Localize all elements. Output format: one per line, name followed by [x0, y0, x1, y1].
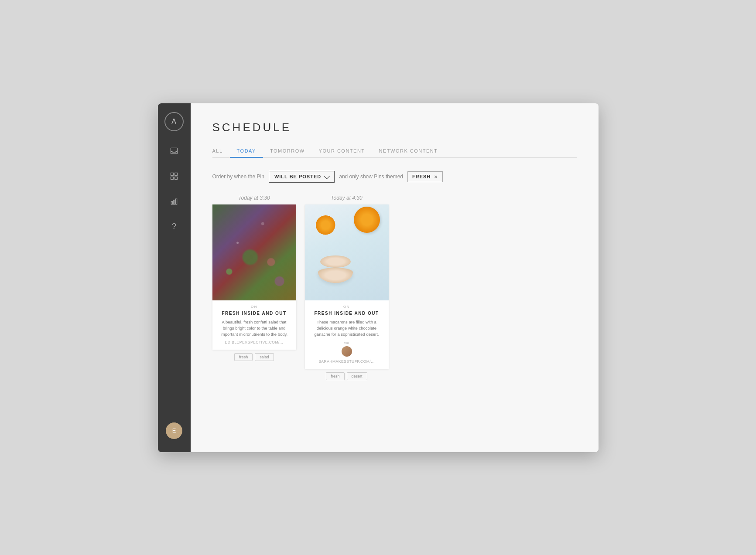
tag-desert-2[interactable]: desert	[347, 372, 367, 380]
grid-icon[interactable]	[168, 170, 181, 183]
help-icon[interactable]: ?	[168, 220, 181, 233]
svg-rect-6	[173, 200, 174, 204]
card-via-2: via	[310, 341, 383, 357]
pin-card-2[interactable]: on FRESH INSIDE AND OUT These macarons a…	[305, 204, 389, 369]
card-image-1	[212, 204, 296, 300]
sidebar-bottom: E	[166, 422, 182, 443]
tag-fresh-1[interactable]: fresh	[234, 353, 253, 361]
card-url-1: EDIBLEPERSPECTIVE.COM/...	[218, 340, 291, 344]
svg-rect-4	[175, 177, 178, 179]
inbox-icon[interactable]	[168, 144, 181, 157]
close-icon[interactable]: ×	[434, 174, 438, 180]
card-category-1: on	[218, 305, 291, 309]
svg-rect-1	[171, 173, 174, 175]
card-avatar-2	[342, 346, 352, 357]
connector-label: and only show Pins themed	[339, 174, 403, 180]
svg-rect-3	[171, 177, 174, 179]
user-avatar-bottom[interactable]: E	[166, 422, 182, 439]
theme-tag[interactable]: FRESH ×	[407, 171, 443, 182]
sort-dropdown-value: WILL BE POSTED	[274, 174, 321, 179]
tab-all[interactable]: ALL	[212, 145, 230, 158]
filter-bar: Order by when the Pin WILL BE POSTED and…	[212, 171, 577, 183]
card-body-2: on FRESH INSIDE AND OUT These macarons a…	[305, 300, 389, 369]
chevron-down-icon	[324, 173, 330, 179]
card-column-2: Today at 4:30 on FRESH INSIDE AND OUT Th…	[305, 195, 389, 381]
pin-card-1[interactable]: on FRESH INSIDE AND OUT A beautiful, fre…	[212, 204, 296, 350]
tab-today[interactable]: TODAY	[230, 145, 263, 158]
theme-tag-value: FRESH	[412, 174, 431, 179]
card-time-2: Today at 4:30	[331, 195, 362, 201]
card-tags-1: fresh salad	[234, 353, 274, 361]
page-title: SCHEDULE	[212, 121, 577, 134]
orange-decoration	[316, 215, 335, 235]
tab-network-content[interactable]: NETWORK CONTENT	[372, 145, 445, 158]
order-label: Order by when the Pin	[212, 174, 264, 180]
tag-fresh-2[interactable]: fresh	[326, 372, 344, 380]
chart-icon[interactable]	[168, 195, 181, 208]
card-column-1: Today at 3:30 on FRESH INSIDE AND OUT A …	[212, 195, 296, 381]
tag-salad-1[interactable]: salad	[255, 353, 274, 361]
svg-rect-2	[175, 173, 178, 175]
card-category-2: on	[310, 305, 383, 309]
card-body-1: on FRESH INSIDE AND OUT A beautiful, fre…	[212, 300, 296, 350]
macaron-top-layer	[320, 255, 351, 268]
main-content: SCHEDULE ALL TODAY TOMORROW YOUR CONTENT…	[191, 103, 599, 452]
sidebar: A	[158, 103, 191, 452]
salad-image	[212, 204, 296, 300]
card-url-2: SARAHMAKESSTUFF.COM/...	[310, 359, 383, 364]
content-area: SCHEDULE ALL TODAY TOMORROW YOUR CONTENT…	[191, 103, 599, 398]
card-title-2: FRESH INSIDE AND OUT	[310, 311, 383, 316]
card-time-1: Today at 3:30	[238, 195, 270, 201]
app-window: A	[158, 103, 599, 452]
card-desc-2: These macarons are filled with a delicio…	[310, 319, 383, 338]
macaron-image	[305, 204, 389, 300]
svg-rect-5	[171, 201, 172, 204]
card-title-1: FRESH INSIDE AND OUT	[218, 311, 291, 316]
tab-your-content[interactable]: YOUR CONTENT	[312, 145, 372, 158]
tab-tomorrow[interactable]: TOMORROW	[263, 145, 312, 158]
card-tags-2: fresh desert	[326, 372, 367, 380]
cards-container: Today at 3:30 on FRESH INSIDE AND OUT A …	[212, 195, 577, 381]
sidebar-nav: ?	[168, 144, 181, 422]
avatar-image	[342, 346, 352, 357]
card-image-2	[305, 204, 389, 300]
via-label-2: via	[344, 341, 349, 345]
tabs-bar: ALL TODAY TOMORROW YOUR CONTENT NETWORK …	[212, 145, 577, 158]
sort-dropdown[interactable]: WILL BE POSTED	[269, 171, 335, 183]
card-desc-1: A beautiful, fresh confetti salad that b…	[218, 319, 291, 338]
svg-rect-7	[175, 199, 177, 204]
user-avatar-top[interactable]: A	[164, 112, 184, 131]
